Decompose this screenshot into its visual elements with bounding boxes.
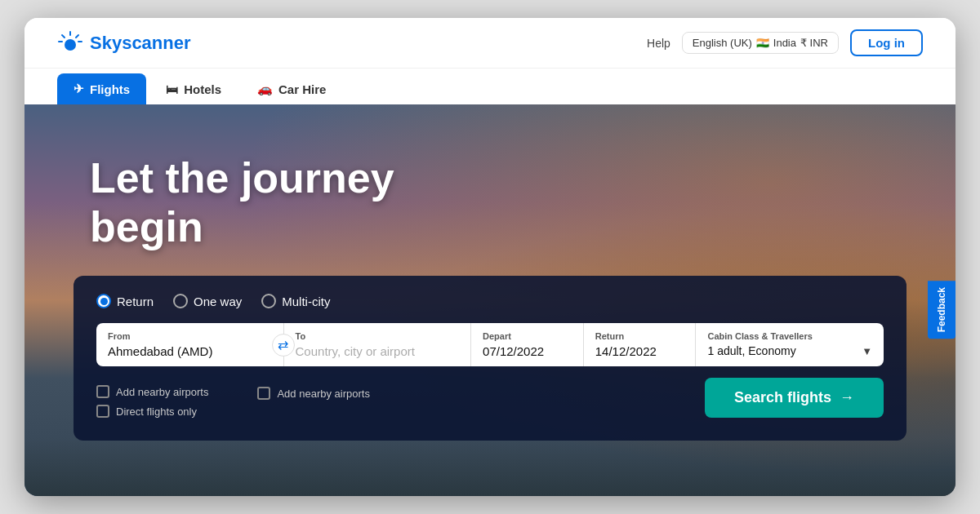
direct-flights-checkbox[interactable]: Direct flights only — [96, 405, 208, 418]
cabin-field[interactable]: Cabin Class & Travellers 1 adult, Econom… — [696, 323, 884, 366]
return-label: Return — [595, 331, 684, 341]
help-link[interactable]: Help — [647, 37, 670, 50]
to-label: To — [296, 331, 460, 341]
return-value: 14/12/2022 — [595, 344, 684, 358]
tab-hotels-label: Hotels — [184, 82, 221, 96]
svg-point-0 — [65, 39, 76, 51]
direct-flights-label: Direct flights only — [116, 405, 197, 418]
trip-type-row: Return One way Multi-city — [96, 294, 884, 308]
swap-airports-button[interactable]: ⇄ — [272, 334, 295, 357]
logo-text: Skyscanner — [90, 33, 191, 54]
svg-line-2 — [62, 35, 65, 38]
cabin-label: Cabin Class & Travellers — [707, 331, 872, 341]
india-flag-icon: 🇮🇳 — [756, 37, 769, 49]
from-options: Add nearby airports Direct flights only — [96, 385, 208, 418]
return-radio[interactable]: Return — [96, 294, 154, 308]
nearby-to-checkbox[interactable]: Add nearby airports — [257, 387, 369, 400]
from-label: From — [108, 331, 272, 341]
depart-value: 07/12/2022 — [483, 344, 572, 358]
search-flights-arrow-icon: → — [840, 389, 854, 406]
locale-label: English (UK) — [693, 37, 752, 49]
nearby-from-checkbox-box — [96, 385, 109, 398]
feedback-wrapper: Feedback — [928, 281, 956, 339]
browser-frame: Skyscanner Help English (UK) 🇮🇳 India ₹ … — [24, 18, 956, 496]
search-flights-button[interactable]: Search flights → — [705, 378, 884, 418]
from-value: Ahmedabad (AMD) — [108, 344, 272, 358]
cabin-value: 1 adult, Economy — [707, 344, 795, 357]
nearby-to-checkbox-box — [257, 387, 270, 400]
depart-label: Depart — [483, 331, 572, 341]
tab-flights[interactable]: ✈ Flights — [57, 73, 146, 104]
skyscanner-logo-icon — [57, 30, 83, 56]
return-label: Return — [117, 295, 154, 308]
tab-hotels[interactable]: 🛏 Hotels — [149, 73, 238, 104]
one-way-radio-circle — [173, 294, 188, 308]
to-placeholder: Country, city or airport — [296, 344, 460, 358]
tab-car-hire-label: Car Hire — [278, 82, 326, 96]
hotels-icon: 🛏 — [166, 82, 178, 96]
multi-city-radio-circle — [261, 294, 276, 308]
cabin-row: 1 adult, Economy ▼ — [707, 344, 872, 357]
flights-icon: ✈ — [74, 82, 84, 96]
nearby-from-label: Add nearby airports — [116, 386, 208, 398]
locale-button[interactable]: English (UK) 🇮🇳 India ₹ INR — [682, 32, 839, 54]
nearby-from-checkbox[interactable]: Add nearby airports — [96, 385, 208, 398]
site-header: Skyscanner Help English (UK) 🇮🇳 India ₹ … — [24, 18, 956, 69]
to-field[interactable]: To Country, city or airport — [284, 323, 472, 366]
currency-label: ₹ INR — [800, 37, 828, 49]
search-panel: Return One way Multi-city From Ahmedabad… — [74, 276, 906, 441]
svg-line-3 — [76, 35, 78, 38]
depart-field[interactable]: Depart 07/12/2022 — [471, 323, 584, 366]
one-way-label: One way — [194, 295, 242, 308]
multi-city-radio[interactable]: Multi-city — [261, 294, 330, 308]
cabin-chevron-icon: ▼ — [862, 345, 872, 357]
feedback-button[interactable]: Feedback — [928, 281, 956, 339]
hero-tagline: Let the journey begin — [24, 104, 580, 276]
search-fields-row: From Ahmedabad (AMD) ⇄ To Country, city … — [96, 323, 884, 366]
tab-flights-label: Flights — [90, 82, 130, 96]
return-radio-dot — [100, 298, 108, 305]
return-field[interactable]: Return 14/12/2022 — [584, 323, 697, 366]
nearby-to-label: Add nearby airports — [277, 388, 369, 400]
india-label: India — [773, 37, 796, 49]
one-way-radio[interactable]: One way — [173, 294, 242, 308]
options-row: Add nearby airports Direct flights only … — [96, 378, 884, 418]
return-radio-circle — [96, 294, 111, 308]
search-flights-label: Search flights — [734, 389, 831, 406]
tab-car-hire[interactable]: 🚗 Car Hire — [241, 73, 342, 104]
tab-bar: ✈ Flights 🛏 Hotels 🚗 Car Hire — [24, 69, 956, 104]
header-right: Help English (UK) 🇮🇳 India ₹ INR Log in — [647, 29, 923, 56]
login-button[interactable]: Log in — [850, 29, 923, 56]
direct-flights-checkbox-box — [96, 405, 109, 418]
car-hire-icon: 🚗 — [257, 82, 273, 96]
multi-city-label: Multi-city — [282, 295, 330, 308]
from-field[interactable]: From Ahmedabad (AMD) ⇄ — [96, 323, 284, 366]
logo-area: Skyscanner — [57, 30, 191, 56]
hero-section: Feedback Let the journey begin Return On… — [24, 104, 956, 496]
